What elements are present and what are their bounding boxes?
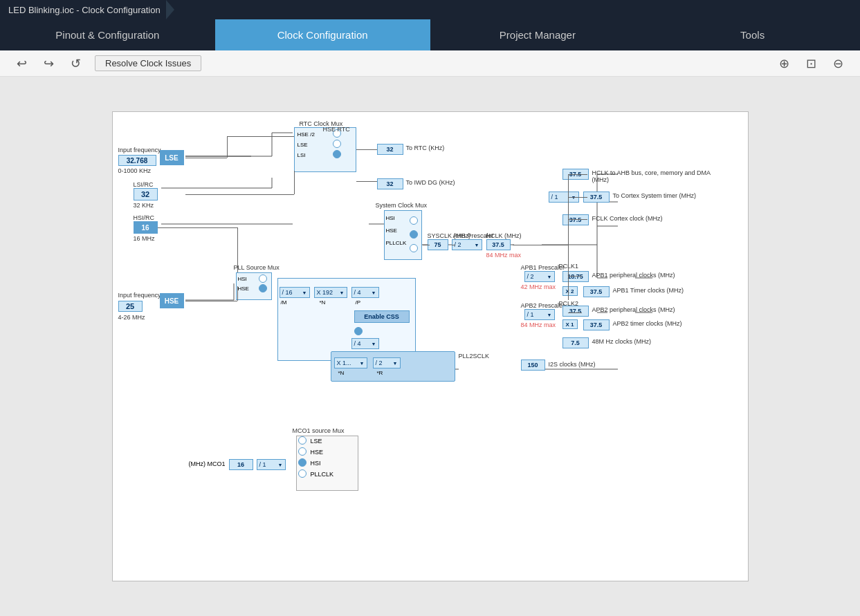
resolve-clock-button[interactable]: Resolve Clock Issues [95,55,201,71]
zoom-in-icon[interactable]: ⊕ [776,55,792,73]
sys-pllclk-radio[interactable] [410,244,418,252]
undo-icon[interactable]: ↩ [14,55,30,73]
hse-pll-line [185,301,237,301]
clock-diagram[interactable]: Input frequency 32.768 0-1000 KHz LSE LS… [112,111,749,581]
hsirc-label: HSI/RC [134,214,155,221]
tab-tools[interactable]: Tools [645,19,860,50]
nav-tabs: Pinout & Configuration Clock Configurati… [0,19,860,50]
apb-vert-line [568,245,569,300]
lsirc-label: LSI/RC [134,181,154,188]
zoom-out-icon[interactable]: ⊖ [830,55,846,73]
rtc-hse-label: HSE /2 [298,131,315,138]
pll-source-mux-box: HSI HSE [236,272,272,300]
tab-clock[interactable]: Clock Configuration [215,19,430,50]
plli2s-r-select[interactable]: / 2 [373,357,401,368]
out-apb2-timer: 37.5 [583,319,610,330]
out-apb2-periph-label: APB2 peripheral clocks (MHz) [592,306,675,313]
pll-p-select[interactable]: / 4 [351,287,379,298]
hse-input-label: Input frequency [118,292,161,299]
hse-block[interactable]: HSE [160,293,184,308]
lsi-line [185,194,294,195]
apb1-prescaler-label: APB1 Prescaler [521,264,565,271]
i2s-label: I2S clocks (MHz) [549,361,596,368]
hclk-cortex-out [568,197,587,198]
refresh-icon[interactable]: ↺ [68,55,84,73]
sys-pllclk-opt: PLLCLK [386,240,407,246]
pll-q-select[interactable]: / 4 [351,338,379,349]
rtc-vert-line [294,171,295,194]
hclk-value: 37.5 [486,239,511,250]
title-text: LED Blinking.ioc - Clock Configuration [8,5,161,15]
pll-hsi-radio[interactable] [259,274,267,283]
mco1-hse-radio[interactable] [298,447,307,456]
plli2s-n-select[interactable]: X 1... [334,357,367,368]
lsirc-freq: 32 KHz [134,202,154,209]
hse-freq-value[interactable]: 25 [118,301,143,312]
apb2-prescaler-select[interactable]: / 1 [524,309,555,320]
pll-hse-radio[interactable] [259,284,267,292]
hclk-label: HCLK (MHz) [486,232,522,239]
pll-source-mux-label: PLL Source Mux [234,264,280,271]
sys-hse-opt: HSE [386,227,397,234]
hsirc-value[interactable]: 16 [134,221,158,234]
hsi-line [158,227,237,228]
tab-pinout[interactable]: Pinout & Configuration [0,19,215,50]
pll-n-select[interactable]: X 192 [314,287,347,298]
out-48mhz-label: 48M Hz clocks (MHz) [592,338,652,345]
fit-icon[interactable]: ⊡ [803,55,819,73]
lse-range-label: 0-1000 KHz [118,167,152,174]
out-48mhz: 7.5 [562,337,589,348]
rtc-lsi-radio[interactable] [333,150,341,158]
rtc-lse-radio[interactable] [333,140,341,148]
rtc-out-line [356,149,377,150]
sys-hse-radio[interactable] [410,230,418,239]
lsirc-value[interactable]: 32 [134,188,158,200]
lse-input-label: Input frequency [118,147,161,153]
lse-vert-line [227,136,228,158]
mco1-val: 16 [229,459,253,470]
sys-hsi-radio[interactable] [410,216,418,225]
mco1-hsi-radio[interactable] [298,458,307,467]
apb1-line [568,276,582,277]
i2s-out-value: 150 [521,360,545,371]
hse-pll-vert [237,286,238,301]
hclk-vert-line [568,174,569,245]
enable-css-button[interactable]: Enable CSS [354,310,410,323]
mco1-out-label: (MHz) MCO1 [189,460,226,467]
out-fclk: 37.5 [562,214,589,225]
out-fclk-label: FCLK Cortex clock (MHz) [592,215,663,222]
lse-block[interactable]: LSE [160,150,184,165]
system-mux-label: System Clock Mux [376,202,428,209]
hse-range: 4-26 MHz [118,314,145,321]
hse-rtc-label: HSE RTC [323,126,350,133]
mco1-div-select[interactable]: / 1 [257,459,286,470]
redo-icon[interactable]: ↪ [41,55,57,73]
apb1-prescaler-select[interactable]: / 2 [524,271,555,282]
apb2-max: 84 MHz max [521,321,556,328]
mco1-pllclk-radio[interactable] [298,469,307,478]
ahb-prescaler-select[interactable]: / 2 [452,239,482,250]
rtc-mux-box: HSE /2 LSE LSI [294,127,356,172]
hclk-max: 84 MHz max [486,252,522,259]
pll-m-select[interactable]: / 16 [280,287,310,298]
rtc-lse-label: LSE [298,142,308,148]
lse-freq-value[interactable]: 32.768 [118,155,156,166]
sys-hsi-opt: HSI [386,215,395,221]
rtc-out-value: 32 [377,144,403,155]
tab-project[interactable]: Project Manager [430,19,646,50]
out-apb2-periph: 37.5 [562,306,589,317]
title-bar: LED Blinking.ioc - Clock Configuration [0,0,860,19]
rtc-lsi-label: LSI [298,152,306,158]
out-hclk-ahb-label: HCLK to AHB bus, core, memory and DMA (M… [592,169,717,183]
out-apb1-timer-label: APB1 Timer clocks (MHz) [613,287,684,294]
main-pll-box: / 16 /M X 192 *N / 4 /P Enable CSS / 4 /… [277,278,416,361]
out-apb1-periph: 18.75 [562,271,589,282]
mco1-lse-radio[interactable] [298,436,307,445]
iwdg-out-value: 32 [377,178,403,189]
title-arrow [166,0,174,19]
hclk-dist-line [513,245,568,245]
main-content: Input frequency 32.768 0-1000 KHz LSE LS… [0,77,860,616]
hsi-pll-vert [237,227,238,272]
pll-pllclk-radio[interactable] [354,327,363,335]
mco1-mux-label: MCO1 source Mux [293,427,345,434]
